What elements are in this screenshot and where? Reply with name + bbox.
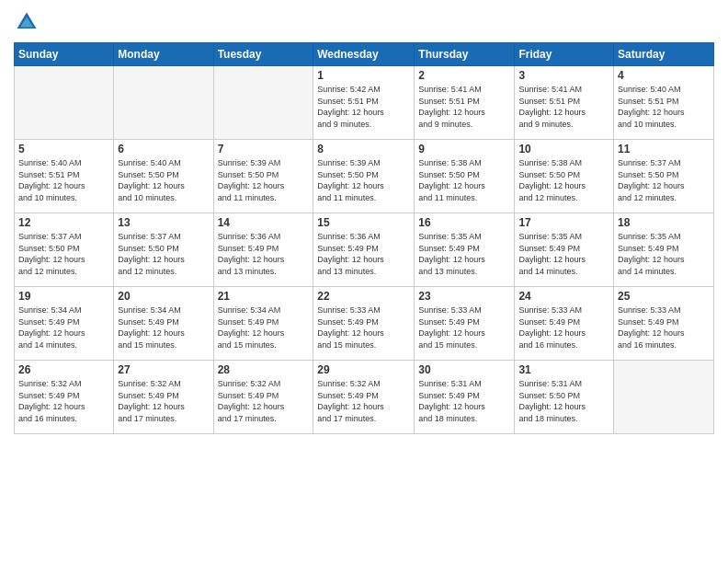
weekday-monday: Monday — [114, 43, 213, 66]
calendar: SundayMondayTuesdayWednesdayThursdayFrid… — [14, 42, 714, 434]
day-cell: 4Sunrise: 5:40 AMSunset: 5:51 PMDaylight… — [614, 66, 714, 140]
day-cell: 1Sunrise: 5:42 AMSunset: 5:51 PMDaylight… — [313, 66, 415, 140]
day-cell: 30Sunrise: 5:31 AMSunset: 5:49 PMDayligh… — [415, 361, 515, 434]
weekday-wednesday: Wednesday — [313, 43, 415, 66]
weekday-tuesday: Tuesday — [213, 43, 313, 66]
day-info: Sunrise: 5:35 AMSunset: 5:49 PMDaylight:… — [418, 231, 510, 277]
day-number: 15 — [317, 216, 410, 229]
weekday-sunday: Sunday — [15, 43, 114, 66]
day-cell: 8Sunrise: 5:39 AMSunset: 5:50 PMDaylight… — [313, 140, 415, 213]
day-cell: 15Sunrise: 5:36 AMSunset: 5:49 PMDayligh… — [313, 213, 415, 287]
day-cell: 21Sunrise: 5:34 AMSunset: 5:49 PMDayligh… — [213, 287, 313, 361]
day-number: 12 — [18, 216, 109, 229]
day-info: Sunrise: 5:37 AMSunset: 5:50 PMDaylight:… — [18, 231, 109, 277]
day-cell: 14Sunrise: 5:36 AMSunset: 5:49 PMDayligh… — [213, 213, 313, 287]
day-info: Sunrise: 5:34 AMSunset: 5:49 PMDaylight:… — [218, 304, 310, 350]
day-cell: 26Sunrise: 5:32 AMSunset: 5:49 PMDayligh… — [15, 361, 114, 434]
day-info: Sunrise: 5:42 AMSunset: 5:51 PMDaylight:… — [317, 84, 410, 130]
day-cell: 17Sunrise: 5:35 AMSunset: 5:49 PMDayligh… — [515, 213, 614, 287]
day-number: 3 — [518, 69, 609, 82]
logo — [14, 9, 43, 35]
day-cell: 7Sunrise: 5:39 AMSunset: 5:50 PMDaylight… — [213, 140, 313, 213]
day-number: 31 — [518, 363, 609, 376]
day-info: Sunrise: 5:41 AMSunset: 5:51 PMDaylight:… — [418, 84, 510, 130]
day-number: 23 — [418, 290, 510, 303]
day-cell: 2Sunrise: 5:41 AMSunset: 5:51 PMDaylight… — [415, 66, 515, 140]
day-number: 9 — [418, 143, 510, 155]
logo-icon — [14, 9, 40, 35]
day-cell: 5Sunrise: 5:40 AMSunset: 5:51 PMDaylight… — [15, 140, 114, 213]
day-cell: 10Sunrise: 5:38 AMSunset: 5:50 PMDayligh… — [515, 140, 614, 213]
day-number: 13 — [118, 216, 209, 229]
week-row-5: 26Sunrise: 5:32 AMSunset: 5:49 PMDayligh… — [15, 361, 714, 434]
weekday-header-row: SundayMondayTuesdayWednesdayThursdayFrid… — [15, 43, 714, 66]
day-info: Sunrise: 5:37 AMSunset: 5:50 PMDaylight:… — [618, 157, 710, 203]
day-number: 17 — [518, 216, 609, 229]
week-row-1: 1Sunrise: 5:42 AMSunset: 5:51 PMDaylight… — [15, 66, 714, 140]
day-info: Sunrise: 5:31 AMSunset: 5:49 PMDaylight:… — [418, 378, 510, 424]
day-info: Sunrise: 5:40 AMSunset: 5:51 PMDaylight:… — [618, 84, 710, 130]
day-info: Sunrise: 5:32 AMSunset: 5:49 PMDaylight:… — [118, 378, 209, 424]
day-number: 22 — [317, 290, 410, 303]
day-info: Sunrise: 5:41 AMSunset: 5:51 PMDaylight:… — [518, 84, 609, 130]
day-number: 6 — [118, 143, 209, 155]
day-number: 11 — [618, 143, 710, 155]
day-number: 7 — [218, 143, 310, 155]
day-number: 18 — [618, 216, 710, 229]
week-row-2: 5Sunrise: 5:40 AMSunset: 5:51 PMDaylight… — [15, 140, 714, 213]
day-number: 30 — [418, 363, 510, 376]
day-cell — [614, 361, 714, 434]
day-cell: 22Sunrise: 5:33 AMSunset: 5:49 PMDayligh… — [313, 287, 415, 361]
day-info: Sunrise: 5:36 AMSunset: 5:49 PMDaylight:… — [218, 231, 310, 277]
day-info: Sunrise: 5:35 AMSunset: 5:49 PMDaylight:… — [518, 231, 609, 277]
day-cell: 19Sunrise: 5:34 AMSunset: 5:49 PMDayligh… — [15, 287, 114, 361]
day-cell: 13Sunrise: 5:37 AMSunset: 5:50 PMDayligh… — [114, 213, 213, 287]
day-number: 14 — [218, 216, 310, 229]
day-info: Sunrise: 5:33 AMSunset: 5:49 PMDaylight:… — [518, 304, 609, 350]
day-number: 19 — [18, 290, 109, 303]
day-number: 29 — [317, 363, 410, 376]
day-cell: 29Sunrise: 5:32 AMSunset: 5:49 PMDayligh… — [313, 361, 415, 434]
day-cell: 16Sunrise: 5:35 AMSunset: 5:49 PMDayligh… — [415, 213, 515, 287]
week-row-4: 19Sunrise: 5:34 AMSunset: 5:49 PMDayligh… — [15, 287, 714, 361]
day-info: Sunrise: 5:34 AMSunset: 5:49 PMDaylight:… — [18, 304, 109, 350]
day-info: Sunrise: 5:38 AMSunset: 5:50 PMDaylight:… — [418, 157, 510, 203]
day-cell: 3Sunrise: 5:41 AMSunset: 5:51 PMDaylight… — [515, 66, 614, 140]
day-info: Sunrise: 5:37 AMSunset: 5:50 PMDaylight:… — [118, 231, 209, 277]
day-number: 21 — [218, 290, 310, 303]
day-info: Sunrise: 5:32 AMSunset: 5:49 PMDaylight:… — [218, 378, 310, 424]
day-number: 27 — [118, 363, 209, 376]
day-info: Sunrise: 5:40 AMSunset: 5:51 PMDaylight:… — [18, 157, 109, 203]
day-number: 24 — [518, 290, 609, 303]
day-cell: 28Sunrise: 5:32 AMSunset: 5:49 PMDayligh… — [213, 361, 313, 434]
header — [14, 9, 714, 35]
day-info: Sunrise: 5:39 AMSunset: 5:50 PMDaylight:… — [218, 157, 310, 203]
day-info: Sunrise: 5:32 AMSunset: 5:49 PMDaylight:… — [317, 378, 410, 424]
day-cell — [114, 66, 213, 140]
day-info: Sunrise: 5:33 AMSunset: 5:49 PMDaylight:… — [317, 304, 410, 350]
weekday-saturday: Saturday — [614, 43, 714, 66]
day-cell: 23Sunrise: 5:33 AMSunset: 5:49 PMDayligh… — [415, 287, 515, 361]
day-number: 4 — [618, 69, 710, 82]
day-number: 16 — [418, 216, 510, 229]
day-cell: 12Sunrise: 5:37 AMSunset: 5:50 PMDayligh… — [15, 213, 114, 287]
day-number: 26 — [18, 363, 109, 376]
day-cell — [213, 66, 313, 140]
day-cell: 31Sunrise: 5:31 AMSunset: 5:50 PMDayligh… — [515, 361, 614, 434]
day-info: Sunrise: 5:35 AMSunset: 5:49 PMDaylight:… — [618, 231, 710, 277]
day-cell — [15, 66, 114, 140]
day-cell: 24Sunrise: 5:33 AMSunset: 5:49 PMDayligh… — [515, 287, 614, 361]
day-cell: 18Sunrise: 5:35 AMSunset: 5:49 PMDayligh… — [614, 213, 714, 287]
day-info: Sunrise: 5:33 AMSunset: 5:49 PMDaylight:… — [618, 304, 710, 350]
day-info: Sunrise: 5:40 AMSunset: 5:50 PMDaylight:… — [118, 157, 209, 203]
day-number: 20 — [118, 290, 209, 303]
day-number: 10 — [518, 143, 609, 155]
day-info: Sunrise: 5:32 AMSunset: 5:49 PMDaylight:… — [18, 378, 109, 424]
day-number: 1 — [317, 69, 410, 82]
day-cell: 9Sunrise: 5:38 AMSunset: 5:50 PMDaylight… — [415, 140, 515, 213]
weekday-friday: Friday — [515, 43, 614, 66]
day-number: 5 — [18, 143, 109, 155]
weekday-thursday: Thursday — [415, 43, 515, 66]
day-cell: 11Sunrise: 5:37 AMSunset: 5:50 PMDayligh… — [614, 140, 714, 213]
day-info: Sunrise: 5:34 AMSunset: 5:49 PMDaylight:… — [118, 304, 209, 350]
